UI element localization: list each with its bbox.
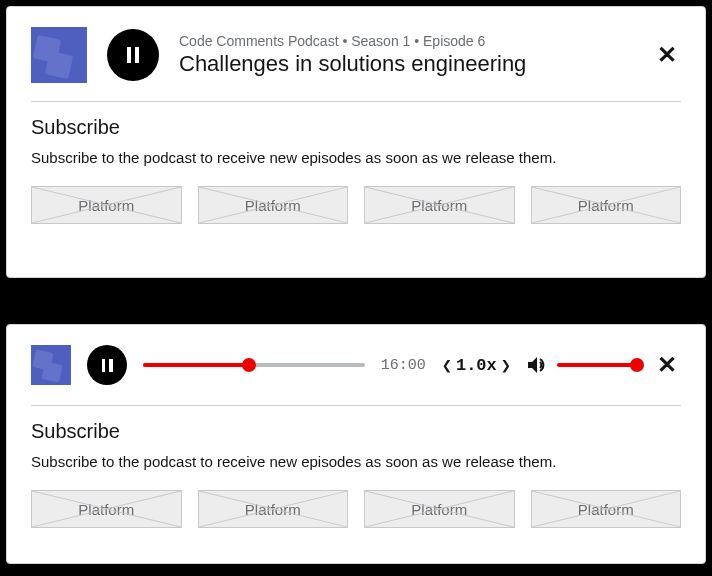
header-row: Code Comments Podcast • Season 1 • Episo… bbox=[31, 27, 681, 83]
subscribe-text: Subscribe to the podcast to receive new … bbox=[31, 453, 681, 470]
close-icon: ✕ bbox=[657, 351, 677, 378]
chevron-left-icon: ❮ bbox=[442, 357, 452, 376]
close-button[interactable]: ✕ bbox=[653, 37, 681, 73]
subscribe-heading: Subscribe bbox=[31, 420, 681, 443]
pause-icon bbox=[127, 47, 139, 63]
episode-thumbnail bbox=[31, 27, 87, 83]
podcast-card-expanded: Code Comments Podcast • Season 1 • Episo… bbox=[6, 6, 706, 278]
chevron-right-icon: ❯ bbox=[501, 357, 511, 376]
volume-group bbox=[527, 355, 637, 375]
platform-button[interactable]: Platform bbox=[364, 490, 515, 528]
subscribe-text: Subscribe to the podcast to receive new … bbox=[31, 149, 681, 166]
progress-knob bbox=[242, 358, 256, 372]
close-button[interactable]: ✕ bbox=[653, 347, 681, 383]
title-block: Code Comments Podcast • Season 1 • Episo… bbox=[179, 33, 633, 77]
platform-row: Platform Platform Platform Platform bbox=[31, 186, 681, 224]
platform-button[interactable]: Platform bbox=[531, 186, 682, 224]
speed-up-button[interactable]: ❯ bbox=[501, 355, 511, 376]
volume-icon bbox=[527, 355, 549, 375]
time-display: 16:00 bbox=[381, 357, 426, 374]
volume-knob bbox=[630, 358, 644, 372]
speed-down-button[interactable]: ❮ bbox=[442, 355, 452, 376]
progress-fill bbox=[143, 363, 249, 367]
platform-button[interactable]: Platform bbox=[364, 186, 515, 224]
volume-button[interactable] bbox=[527, 355, 549, 375]
platform-button[interactable]: Platform bbox=[531, 490, 682, 528]
platform-row: Platform Platform Platform Platform bbox=[31, 490, 681, 528]
pause-button[interactable] bbox=[87, 345, 127, 385]
podcast-card-compact: 16:00 ❮ 1.0x ❯ ✕ bbox=[6, 324, 706, 564]
pause-button[interactable] bbox=[107, 29, 159, 81]
speed-value: 1.0x bbox=[456, 356, 497, 375]
platform-button[interactable]: Platform bbox=[31, 186, 182, 224]
episode-meta: Code Comments Podcast • Season 1 • Episo… bbox=[179, 33, 633, 49]
close-icon: ✕ bbox=[657, 41, 677, 68]
divider bbox=[31, 101, 681, 102]
speed-control: ❮ 1.0x ❯ bbox=[442, 355, 511, 376]
divider bbox=[31, 405, 681, 406]
volume-track bbox=[557, 363, 637, 367]
platform-button[interactable]: Platform bbox=[198, 490, 349, 528]
episode-thumbnail bbox=[31, 345, 71, 385]
pause-icon bbox=[102, 359, 113, 372]
platform-button[interactable]: Platform bbox=[31, 490, 182, 528]
player-controls: 16:00 ❮ 1.0x ❯ ✕ bbox=[31, 345, 681, 385]
subscribe-heading: Subscribe bbox=[31, 116, 681, 139]
progress-slider[interactable] bbox=[143, 358, 365, 372]
platform-button[interactable]: Platform bbox=[198, 186, 349, 224]
episode-title: Challenges in solutions engineering bbox=[179, 51, 633, 77]
volume-slider[interactable] bbox=[557, 358, 637, 372]
